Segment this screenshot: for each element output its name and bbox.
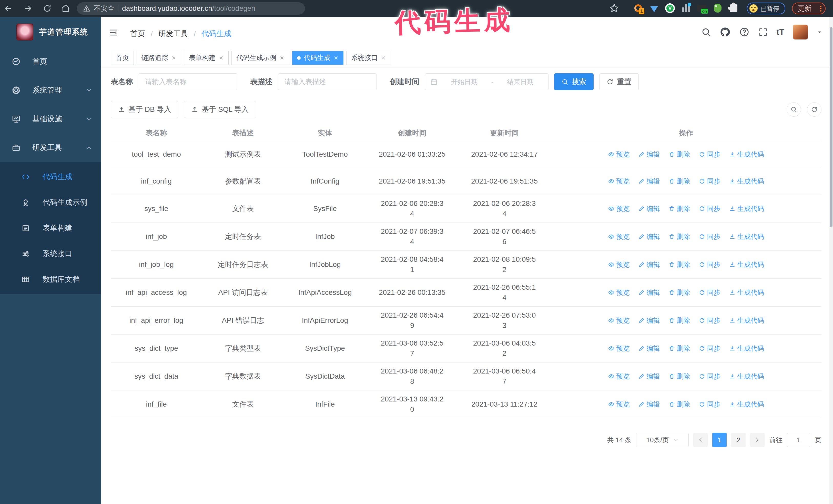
close-icon[interactable] [219,55,224,61]
tag-codegen-example[interactable]: 代码生成示例 [232,51,289,65]
db-import-button[interactable]: 基于 DB 导入 [111,101,178,118]
sync-link[interactable]: 同步 [699,177,720,186]
update-button[interactable]: 更新 [792,3,826,14]
sidebar-item-db-doc[interactable]: 数据库文档 [0,267,101,292]
delete-link[interactable]: 删除 [669,232,690,241]
page-button-2[interactable]: 2 [731,433,745,447]
refresh-button[interactable] [807,102,822,117]
generate-code-link[interactable]: 生成代码 [729,344,764,353]
date-range-picker[interactable]: 开始日期 - 结束日期 [425,73,548,90]
close-icon[interactable] [381,55,386,61]
sync-link[interactable]: 同步 [699,344,720,353]
sync-link[interactable]: 同步 [699,316,720,325]
extension-dark-icon[interactable]: on [697,3,707,13]
sidebar-item-form-builder[interactable]: 表单构建 [0,215,101,241]
delete-link[interactable]: 删除 [669,344,690,353]
goto-page-input[interactable] [787,433,810,447]
caret-down-icon[interactable] [816,29,823,35]
reset-button[interactable]: 重置 [599,73,639,90]
close-icon[interactable] [279,55,285,61]
sidebar-item-codegen[interactable]: 代码生成 [0,164,101,190]
tag-home[interactable]: 首页 [111,51,134,65]
sidebar-fold-icon[interactable] [109,28,118,37]
preview-link[interactable]: 预览 [608,316,630,325]
generate-code-link[interactable]: 生成代码 [729,232,764,241]
edit-link[interactable]: 编辑 [639,372,660,381]
delete-link[interactable]: 删除 [669,204,690,213]
edit-link[interactable]: 编辑 [639,204,660,213]
page-button-1[interactable]: 1 [712,433,727,447]
scrollbar[interactable] [829,17,833,504]
generate-code-link[interactable]: 生成代码 [729,288,764,297]
logo-row[interactable]: 芋道管理系统 [0,17,101,47]
delete-link[interactable]: 删除 [669,177,690,186]
sync-link[interactable]: 同步 [699,204,720,213]
edit-link[interactable]: 编辑 [639,150,660,159]
delete-link[interactable]: 删除 [669,150,690,159]
sync-link[interactable]: 同步 [699,372,720,381]
preview-link[interactable]: 预览 [608,177,630,186]
generate-code-link[interactable]: 生成代码 [729,204,764,213]
table-desc-input[interactable] [278,73,377,90]
end-date-placeholder[interactable]: 结束日期 [498,77,543,87]
preview-link[interactable]: 预览 [608,260,630,269]
edit-link[interactable]: 编辑 [639,400,660,409]
browser-back-button[interactable] [3,3,14,14]
sql-import-button[interactable]: 基于 SQL 导入 [184,101,256,118]
prev-page-button[interactable] [693,433,708,447]
preview-link[interactable]: 预览 [608,344,630,353]
delete-link[interactable]: 删除 [669,260,690,269]
tag-form-builder[interactable]: 表单构建 [184,51,229,65]
generate-code-link[interactable]: 生成代码 [729,372,764,381]
scrollbar-thumb[interactable] [830,27,832,227]
table-name-input[interactable] [139,73,237,90]
edit-link[interactable]: 编辑 [639,316,660,325]
browser-home-button[interactable] [60,3,71,14]
page-size-select[interactable]: 10条/页 [636,433,689,447]
generate-code-link[interactable]: 生成代码 [729,177,764,186]
extension-columns-icon[interactable] [681,3,691,13]
extension-frog-icon[interactable] [713,3,723,13]
preview-link[interactable]: 预览 [608,204,630,213]
breadcrumb-devtools[interactable]: 研发工具 [159,29,188,39]
delete-link[interactable]: 删除 [669,316,690,325]
fullscreen-icon[interactable] [758,27,768,37]
security-label[interactable]: 不安全 [94,4,115,13]
preview-link[interactable]: 预览 [608,372,630,381]
edit-link[interactable]: 编辑 [639,288,660,297]
start-date-placeholder[interactable]: 开始日期 [442,77,487,87]
breadcrumb-home[interactable]: 首页 [130,29,145,39]
delete-link[interactable]: 删除 [669,400,690,409]
address-bar[interactable]: 不安全 dashboard.yudao.iocoder.cn/tool/code… [77,2,305,15]
browser-forward-button[interactable] [23,3,34,14]
edit-link[interactable]: 编辑 [639,232,660,241]
preview-link[interactable]: 预览 [608,400,630,409]
sync-link[interactable]: 同步 [699,232,720,241]
preview-link[interactable]: 预览 [608,232,630,241]
bookmark-star-icon[interactable] [609,3,619,13]
extension-puzzle-icon[interactable] [729,3,739,13]
tag-codegen[interactable]: 代码生成 [292,51,343,65]
browser-reload-button[interactable] [42,3,53,14]
sync-link[interactable]: 同步 [699,260,720,269]
github-icon[interactable] [720,27,731,38]
delete-link[interactable]: 删除 [669,288,690,297]
edit-link[interactable]: 编辑 [639,177,660,186]
sidebar-item-home[interactable]: 首页 [0,47,101,76]
tag-tracing[interactable]: 链路追踪 [137,51,181,65]
delete-link[interactable]: 删除 [669,372,690,381]
sync-link[interactable]: 同步 [699,150,720,159]
generate-code-link[interactable]: 生成代码 [729,150,764,159]
sync-link[interactable]: 同步 [699,400,720,409]
search-icon[interactable] [701,27,711,37]
extension-donut-icon[interactable]: 1 [633,3,643,13]
font-size-icon[interactable]: tT [777,27,784,37]
sidebar-item-devtools[interactable]: 研发工具 [0,133,101,162]
close-icon[interactable] [171,55,176,61]
edit-link[interactable]: 编辑 [639,260,660,269]
page-url[interactable]: dashboard.yudao.iocoder.cn/tool/codegen [122,4,255,13]
next-page-button[interactable] [750,433,765,447]
browser-menu-icon[interactable] [820,6,822,11]
close-icon[interactable] [333,55,339,61]
generate-code-link[interactable]: 生成代码 [729,260,764,269]
